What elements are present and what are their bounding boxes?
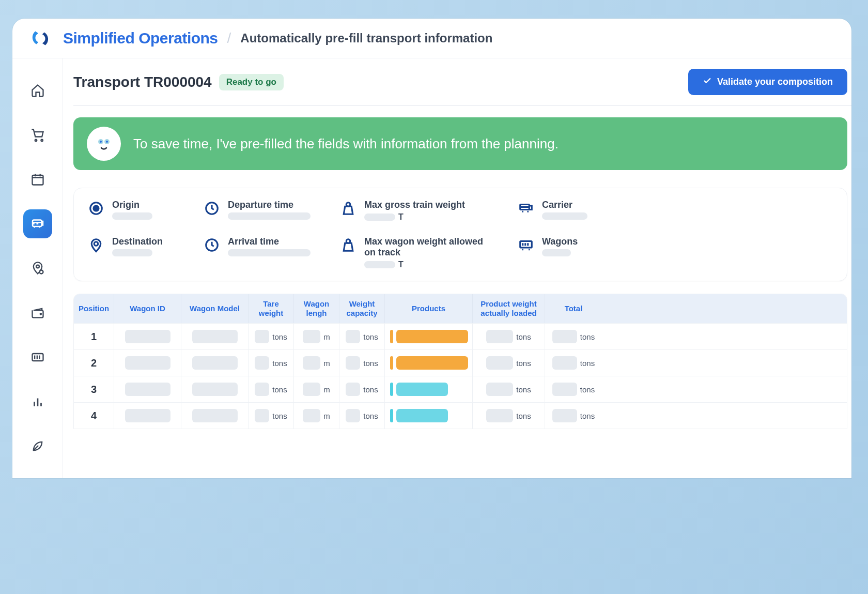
cell-wagon-model[interactable] xyxy=(181,350,249,376)
info-max-wagon: Max wagon weight allowed on track T xyxy=(339,236,489,269)
cell-total: tons xyxy=(545,324,602,349)
cell-length[interactable]: m xyxy=(294,324,339,349)
nav-calendar[interactable] xyxy=(23,165,52,194)
carrier-icon xyxy=(517,200,535,217)
info-carrier: Carrier xyxy=(517,200,605,222)
cell-capacity[interactable]: tons xyxy=(339,324,385,349)
cell-capacity[interactable]: tons xyxy=(339,403,385,429)
th-position: Position xyxy=(74,294,114,323)
table-row: 3tonsmtonstonstons xyxy=(74,376,847,402)
cell-wagon-id[interactable] xyxy=(114,376,181,402)
topbar: Simplified Operations / Automatically pr… xyxy=(12,19,851,58)
svg-point-5 xyxy=(39,270,43,274)
origin-icon xyxy=(87,200,105,217)
info-max-gross: Max gross train weight T xyxy=(339,200,489,222)
clock-icon xyxy=(203,236,221,254)
info-wagons: Wagons xyxy=(517,236,605,269)
carrier-label: Carrier xyxy=(542,200,587,210)
cell-capacity[interactable]: tons xyxy=(339,350,385,376)
info-origin: Origin xyxy=(87,200,175,222)
nav-location[interactable] xyxy=(23,254,52,283)
nav-analytics[interactable] xyxy=(23,387,52,416)
max-gross-label: Max gross train weight xyxy=(364,200,465,210)
brand-logo-icon xyxy=(27,25,54,52)
main-content: Transport TR000004 Ready to go Validate … xyxy=(63,58,851,478)
cell-loaded[interactable]: tons xyxy=(473,376,545,402)
max-gross-value xyxy=(364,214,395,221)
th-tare: Tare weight xyxy=(249,294,294,323)
cell-position: 1 xyxy=(74,324,114,349)
arrival-label: Arrival time xyxy=(228,236,311,247)
sidebar xyxy=(12,58,63,478)
cell-total: tons xyxy=(545,376,602,402)
destination-icon xyxy=(87,236,105,254)
destination-label: Destination xyxy=(112,236,163,247)
wagon-table: Position Wagon ID Wagon Model Tare weigh… xyxy=(73,294,847,429)
max-wagon-label: Max wagon weight allowed on track xyxy=(364,236,489,258)
nav-wallet[interactable] xyxy=(23,298,52,327)
app-window: Simplified Operations / Automatically pr… xyxy=(12,19,851,478)
th-products: Products xyxy=(385,294,473,323)
cell-position: 3 xyxy=(74,376,114,402)
clock-icon xyxy=(203,200,221,217)
cell-loaded[interactable]: tons xyxy=(473,324,545,349)
cell-position: 4 xyxy=(74,403,114,429)
divider xyxy=(73,105,851,106)
table-row: 4tonsmtonstonstons xyxy=(74,402,847,429)
cell-loaded[interactable]: tons xyxy=(473,403,545,429)
nav-cart[interactable] xyxy=(23,120,52,149)
cell-wagon-id[interactable] xyxy=(114,324,181,349)
svg-point-11 xyxy=(106,141,108,143)
breadcrumb-divider: / xyxy=(227,30,231,47)
cell-tare[interactable]: tons xyxy=(249,350,294,376)
table-row: 2tonsmtonstonstons xyxy=(74,349,847,376)
max-gross-unit: T xyxy=(398,212,404,222)
cell-loaded[interactable]: tons xyxy=(473,350,545,376)
nav-leaf[interactable] xyxy=(23,432,52,461)
origin-label: Origin xyxy=(112,200,152,210)
svg-point-10 xyxy=(100,141,102,143)
svg-point-0 xyxy=(35,140,37,142)
cell-wagon-model[interactable] xyxy=(181,324,249,349)
cell-wagon-id[interactable] xyxy=(114,350,181,376)
banner-text: To save time, I've pre-filled the fields… xyxy=(133,136,559,152)
cell-products[interactable] xyxy=(385,403,473,429)
page-title: Transport TR000004 xyxy=(73,74,212,90)
cell-wagon-id[interactable] xyxy=(114,403,181,429)
cell-products[interactable] xyxy=(385,376,473,402)
cell-total: tons xyxy=(545,403,602,429)
nav-home[interactable] xyxy=(23,76,52,105)
validate-button[interactable]: Validate your composition xyxy=(688,69,847,95)
status-badge: Ready to go xyxy=(219,74,284,90)
cell-wagon-model[interactable] xyxy=(181,403,249,429)
cell-products[interactable] xyxy=(385,324,473,349)
cell-length[interactable]: m xyxy=(294,403,339,429)
table-header: Position Wagon ID Wagon Model Tare weigh… xyxy=(74,294,847,323)
weight-icon xyxy=(339,236,357,254)
cell-tare[interactable]: tons xyxy=(249,324,294,349)
cell-position: 2 xyxy=(74,350,114,376)
origin-value xyxy=(112,212,152,220)
cell-length[interactable]: m xyxy=(294,350,339,376)
cell-tare[interactable]: tons xyxy=(249,376,294,402)
max-wagon-value xyxy=(364,261,395,268)
wagon-icon xyxy=(517,236,535,254)
cell-length[interactable]: m xyxy=(294,376,339,402)
nav-container[interactable] xyxy=(23,343,52,372)
destination-value xyxy=(112,249,152,256)
table-body: 1tonsmtonstonstons2tonsmtonstonstons3ton… xyxy=(74,323,847,429)
bot-avatar-icon xyxy=(87,127,121,161)
arrival-value xyxy=(228,249,311,256)
svg-point-6 xyxy=(40,313,41,314)
th-wagon-id: Wagon ID xyxy=(114,294,181,323)
nav-train[interactable] xyxy=(23,209,52,238)
th-wagon-model: Wagon Model xyxy=(181,294,249,323)
check-icon xyxy=(703,76,712,88)
cell-wagon-model[interactable] xyxy=(181,376,249,402)
cell-total: tons xyxy=(545,350,602,376)
svg-point-13 xyxy=(94,206,99,211)
cell-tare[interactable]: tons xyxy=(249,403,294,429)
cell-capacity[interactable]: tons xyxy=(339,376,385,402)
cell-products[interactable] xyxy=(385,350,473,376)
svg-point-1 xyxy=(41,140,43,142)
